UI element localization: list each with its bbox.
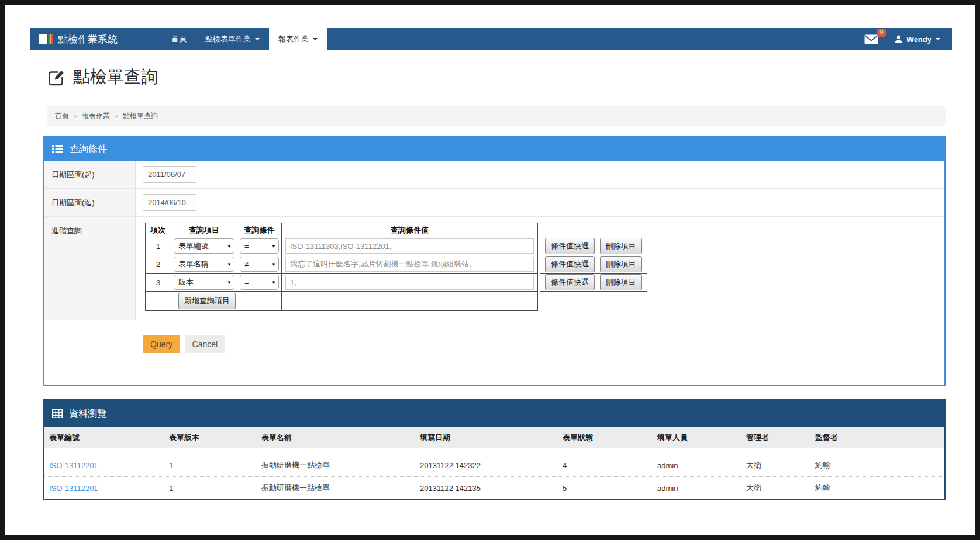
quick-pick-button[interactable]: 條件值快選 bbox=[545, 274, 595, 290]
column-header: 監督者 bbox=[810, 432, 944, 443]
table-row: ISO-13112201 1 振動研磨機一點檢單 20131122 142135… bbox=[44, 476, 944, 499]
nav-item-report-operations[interactable]: 報表作業 bbox=[269, 28, 327, 50]
column-header: 表單版本 bbox=[164, 432, 257, 443]
query-item-select[interactable]: 表單編號 ▼ bbox=[174, 238, 234, 254]
date-from-label: 日期區間(起) bbox=[44, 161, 136, 188]
query-panel-title: 查詢條件 bbox=[70, 143, 107, 155]
quick-pick-button[interactable]: 條件值快選 bbox=[545, 256, 595, 272]
nav-item-form-operations-label: 點檢表單作業 bbox=[205, 34, 251, 44]
query-condition-value: ≠ bbox=[244, 260, 249, 269]
supervisor-cell: 約翰 bbox=[810, 460, 944, 470]
query-condition-select[interactable]: ≠ ▼ bbox=[240, 257, 279, 272]
data-browse-panel: 資料瀏覽 表單編號 表單版本 表單名稱 填寫日期 表單狀態 填單人員 管理者 監… bbox=[43, 399, 946, 500]
advanced-query-label: 進階查詢 bbox=[44, 217, 136, 320]
select-arrow-icon: ▼ bbox=[227, 262, 232, 267]
select-arrow-icon: ▼ bbox=[271, 262, 276, 267]
query-panel-heading: 查詢條件 bbox=[44, 137, 944, 161]
form-name-cell: 振動研磨機一點檢單 bbox=[257, 483, 415, 493]
advanced-query-row: 進階查詢 項次 查詢項目 查詢條件 查詢條件值 1 bbox=[44, 217, 944, 320]
filler-cell: admin bbox=[653, 484, 741, 493]
delete-item-button[interactable]: 刪除項目 bbox=[600, 274, 642, 290]
query-condition-select[interactable]: = ▼ bbox=[240, 238, 279, 254]
manager-cell: 大衛 bbox=[741, 483, 810, 493]
row-number: 2 bbox=[146, 255, 171, 274]
advanced-row: 1 表單編號 ▼ = ▼ bbox=[146, 237, 538, 255]
supervisor-cell: 約翰 bbox=[810, 483, 944, 493]
list-icon bbox=[52, 144, 63, 154]
nav-item-home-label: 首頁 bbox=[171, 34, 187, 44]
add-query-item-button[interactable]: 新增查詢項目 bbox=[178, 293, 236, 309]
breadcrumb-current: 點檢單查詢 bbox=[123, 111, 158, 121]
delete-item-button[interactable]: 刪除項目 bbox=[600, 238, 642, 254]
condition-value-input[interactable] bbox=[285, 238, 534, 254]
data-panel-heading: 資料瀏覽 bbox=[44, 400, 944, 427]
mail-button[interactable]: 9 bbox=[864, 34, 878, 44]
query-condition-select[interactable]: = ▼ bbox=[240, 275, 279, 290]
query-item-value: 表單名稱 bbox=[178, 259, 209, 269]
header-condition: 查詢條件 bbox=[237, 223, 282, 237]
table-icon bbox=[52, 409, 63, 418]
date-to-row: 日期區間(迄) bbox=[44, 189, 944, 217]
query-item-select[interactable]: 版本 ▼ bbox=[174, 275, 234, 290]
query-item-select[interactable]: 表單名稱 ▼ bbox=[174, 257, 234, 272]
fill-date-cell: 20131122 142322 bbox=[415, 461, 558, 470]
top-navbar: 點檢作業系統 首頁 點檢表單作業 報表作業 9 bbox=[30, 28, 952, 50]
nav-item-home[interactable]: 首頁 bbox=[162, 28, 196, 50]
query-item-value: 表單編號 bbox=[178, 241, 209, 251]
form-number-link[interactable]: ISO-13112201 bbox=[49, 461, 98, 470]
header-item: 查詢項目 bbox=[171, 223, 237, 237]
chevron-down-icon bbox=[936, 38, 940, 40]
form-number-link[interactable]: ISO-13112201 bbox=[49, 484, 98, 493]
form-name-cell: 振動研磨機一點檢單 bbox=[257, 460, 415, 470]
header-no: 項次 bbox=[146, 223, 171, 237]
data-table-spacer bbox=[44, 448, 944, 454]
fill-date-cell: 20131122 142135 bbox=[415, 484, 558, 493]
query-conditions-panel: 查詢條件 日期區間(起) 日期區間(迄) 進階查詢 項次 查詢項目 bbox=[43, 136, 946, 386]
column-header: 填單人員 bbox=[653, 432, 741, 443]
query-condition-value: = bbox=[244, 278, 249, 287]
query-button[interactable]: Query bbox=[143, 335, 180, 353]
advanced-row: 2 表單名稱 ▼ ≠ ▼ bbox=[146, 255, 538, 274]
row-number: 1 bbox=[146, 237, 171, 255]
breadcrumb-separator bbox=[74, 112, 77, 120]
page-title-block: 點檢單查詢 bbox=[47, 65, 946, 89]
breadcrumb: 首頁 報表作業 點檢單查詢 bbox=[47, 106, 946, 126]
select-arrow-icon: ▼ bbox=[227, 244, 232, 249]
form-status-cell: 4 bbox=[558, 461, 653, 470]
advanced-buttons-table: 條件值快選 刪除項目 條件值快選 刪除項目 條件 bbox=[540, 223, 647, 292]
condition-value-input[interactable] bbox=[285, 257, 534, 272]
date-from-input[interactable] bbox=[143, 166, 196, 183]
form-actions-row: Query Cancel bbox=[44, 320, 944, 385]
chevron-down-icon bbox=[255, 38, 260, 40]
user-menu[interactable]: Wendy bbox=[895, 35, 940, 44]
table-row: ISO-13112201 1 振動研磨機一點檢單 20131122 142322… bbox=[44, 454, 944, 476]
breadcrumb-reports[interactable]: 報表作業 bbox=[82, 111, 110, 121]
column-header: 管理者 bbox=[741, 432, 810, 443]
condition-value-input[interactable] bbox=[285, 275, 534, 290]
navbar-right: 9 Wendy bbox=[864, 28, 952, 50]
user-icon bbox=[895, 35, 903, 43]
manager-cell: 大衛 bbox=[741, 460, 810, 470]
form-version-cell: 1 bbox=[164, 461, 257, 470]
quick-pick-button[interactable]: 條件值快選 bbox=[545, 238, 595, 254]
breadcrumb-home[interactable]: 首頁 bbox=[55, 111, 69, 121]
mail-badge: 9 bbox=[877, 29, 885, 37]
page-title: 點檢單查詢 bbox=[73, 65, 158, 89]
nav-item-form-operations[interactable]: 點檢表單作業 bbox=[196, 28, 269, 50]
select-arrow-icon: ▼ bbox=[271, 280, 276, 285]
advanced-query-tables: 項次 查詢項目 查詢條件 查詢條件值 1 表單編號 ▼ bbox=[145, 223, 937, 311]
book-icon bbox=[39, 33, 53, 45]
nav-item-report-operations-label: 報表作業 bbox=[278, 34, 309, 44]
date-to-input[interactable] bbox=[143, 194, 196, 211]
cancel-button[interactable]: Cancel bbox=[185, 335, 226, 353]
brand[interactable]: 點檢作業系統 bbox=[30, 28, 126, 50]
column-header: 表單狀態 bbox=[558, 432, 653, 443]
row-number: 3 bbox=[146, 274, 171, 292]
delete-item-button[interactable]: 刪除項目 bbox=[600, 256, 642, 272]
user-name: Wendy bbox=[907, 35, 931, 44]
advanced-header-row: 項次 查詢項目 查詢條件 查詢條件值 bbox=[146, 223, 538, 237]
breadcrumb-separator bbox=[115, 112, 118, 120]
main-content: 點檢單查詢 首頁 報表作業 點檢單查詢 查詢條件 日期區間(起) bbox=[43, 65, 946, 500]
advanced-footer-row: 新增查詢項目 bbox=[146, 292, 538, 311]
filler-cell: admin bbox=[653, 461, 741, 470]
